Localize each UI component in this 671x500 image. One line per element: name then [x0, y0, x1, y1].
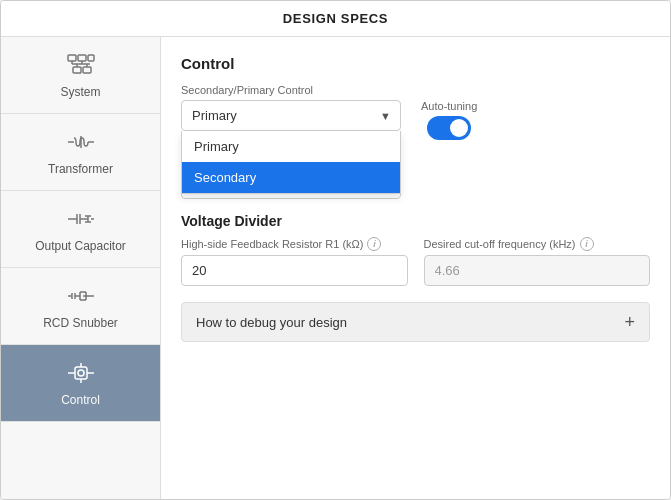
high-side-info-icon[interactable]: i: [367, 237, 381, 251]
toggle-knob: [450, 119, 468, 137]
rcd-snubber-icon: [63, 282, 99, 310]
svg-rect-0: [68, 55, 76, 61]
voltage-divider-title: Voltage Divider: [181, 213, 650, 229]
transformer-icon: [63, 128, 99, 156]
app-title: DESIGN SPECS: [283, 11, 388, 26]
sidebar-label-transformer: Transformer: [48, 162, 113, 176]
svg-rect-4: [83, 67, 91, 73]
debug-bar-text: How to debug your design: [196, 315, 347, 330]
sidebar-item-transformer[interactable]: Transformer: [1, 114, 160, 191]
auto-tuning-toggle[interactable]: [427, 116, 471, 140]
auto-tuning-label: Auto-tuning: [421, 100, 477, 112]
option-primary[interactable]: Primary: [182, 131, 400, 162]
debug-bar[interactable]: How to debug your design +: [181, 302, 650, 342]
system-icon: [63, 51, 99, 79]
svg-rect-3: [73, 67, 81, 73]
high-side-label: High-side Feedback Resistor R1 (kΩ) i: [181, 237, 408, 251]
auto-tuning-wrap: Auto-tuning: [421, 100, 477, 140]
content-area: Control Secondary/Primary Control Primar…: [161, 37, 670, 499]
sidebar-item-control[interactable]: Control: [1, 345, 160, 422]
sidebar-label-control: Control: [61, 393, 100, 407]
section-title: Control: [181, 55, 650, 72]
sidebar-item-system[interactable]: System: [1, 37, 160, 114]
high-side-input[interactable]: [181, 255, 408, 286]
svg-rect-31: [75, 367, 87, 379]
sidebar-item-output-capacitor[interactable]: Output Capacitor: [1, 191, 160, 268]
svg-point-32: [78, 370, 84, 376]
output-capacitor-icon: [63, 205, 99, 233]
dropdown-label: Secondary/Primary Control: [181, 84, 650, 96]
control-icon: [63, 359, 99, 387]
primary-secondary-select[interactable]: Primary Secondary: [181, 100, 401, 131]
debug-bar-plus-icon: +: [624, 313, 635, 331]
sidebar: System Transformer: [1, 37, 161, 499]
option-secondary[interactable]: Secondary: [182, 162, 400, 193]
control-row: Primary Secondary ▼ Primary Secondary Au…: [181, 100, 650, 140]
sidebar-label-system: System: [60, 85, 100, 99]
main-layout: System Transformer: [1, 37, 670, 499]
cutoff-col: Desired cut-off frequency (kHz) i: [424, 237, 651, 286]
dropdown-wrap: Primary Secondary ▼ Primary Secondary: [181, 100, 401, 131]
high-side-col: High-side Feedback Resistor R1 (kΩ) i: [181, 237, 408, 286]
voltage-divider-row: High-side Feedback Resistor R1 (kΩ) i De…: [181, 237, 650, 286]
sidebar-item-rcd-snubber[interactable]: RCD Snubber: [1, 268, 160, 345]
svg-rect-2: [88, 55, 94, 61]
top-bar: DESIGN SPECS: [1, 1, 670, 37]
app-container: DESIGN SPECS: [0, 0, 671, 500]
sidebar-label-rcd-snubber: RCD Snubber: [43, 316, 118, 330]
svg-rect-1: [78, 55, 86, 61]
cutoff-input: [424, 255, 651, 286]
sidebar-label-output-capacitor: Output Capacitor: [35, 239, 126, 253]
cutoff-label: Desired cut-off frequency (kHz) i: [424, 237, 651, 251]
dropdown-options-overlay: Primary Secondary: [181, 131, 401, 194]
cutoff-info-icon[interactable]: i: [580, 237, 594, 251]
